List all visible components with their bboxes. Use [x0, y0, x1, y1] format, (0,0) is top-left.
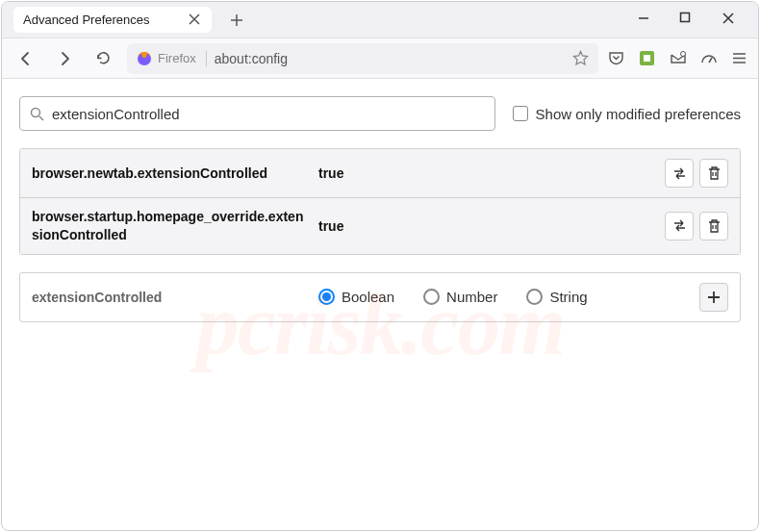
delete-button[interactable]	[699, 212, 728, 241]
reload-button[interactable]	[89, 44, 117, 73]
identity-label: Firefox	[158, 51, 196, 65]
pref-name: browser.newtab.extensionControlled	[32, 165, 318, 183]
new-pref-name: extensionControlled	[32, 290, 318, 305]
svg-rect-3	[644, 55, 650, 62]
browser-tab[interactable]: Advanced Preferences	[13, 7, 212, 33]
search-row: Show only modified preferences	[19, 96, 741, 131]
radio-input[interactable]	[318, 289, 335, 305]
close-window-button[interactable]	[722, 12, 739, 29]
forward-button[interactable]	[50, 44, 79, 73]
search-box[interactable]	[19, 96, 495, 131]
toggle-button[interactable]	[665, 212, 694, 241]
pocket-icon[interactable]	[608, 50, 625, 67]
pref-name: browser.startup.homepage_override.extens…	[32, 208, 318, 244]
radio-input[interactable]	[423, 289, 440, 305]
firefox-icon	[137, 51, 152, 66]
radio-input[interactable]	[526, 289, 543, 305]
radio-label: String	[549, 289, 587, 305]
pref-row: browser.newtab.extensionControlled true	[20, 149, 740, 197]
maximize-button[interactable]	[679, 12, 697, 29]
search-icon	[30, 107, 44, 121]
radio-number[interactable]: Number	[423, 289, 497, 305]
pref-value: true	[318, 165, 665, 181]
new-tab-button[interactable]	[223, 7, 250, 34]
pref-value: true	[318, 218, 665, 234]
radio-label: Number	[446, 289, 497, 305]
minimize-button[interactable]	[637, 12, 654, 29]
content-area: Show only modified preferences browser.n…	[2, 79, 758, 530]
radio-string[interactable]: String	[526, 289, 587, 305]
menu-button[interactable]	[731, 50, 748, 67]
url-text: about:config	[215, 51, 565, 66]
type-radio-group: Boolean Number String	[318, 289, 694, 305]
modified-only-checkbox-label[interactable]: Show only modified preferences	[513, 106, 741, 122]
toggle-button[interactable]	[665, 159, 694, 188]
window-controls	[637, 12, 750, 29]
close-tab-icon[interactable]	[189, 13, 202, 27]
browser-window: Advanced Preferences	[1, 1, 759, 531]
modified-only-checkbox[interactable]	[513, 106, 528, 121]
svg-point-4	[681, 51, 686, 56]
add-button[interactable]	[699, 283, 728, 312]
back-button[interactable]	[12, 44, 40, 73]
pref-actions	[665, 212, 728, 241]
pref-row: browser.startup.homepage_override.extens…	[20, 197, 740, 254]
tab-title: Advanced Preferences	[23, 13, 150, 27]
search-input[interactable]	[52, 106, 485, 122]
checkbox-label-text: Show only modified preferences	[536, 106, 741, 122]
delete-button[interactable]	[699, 159, 728, 188]
svg-point-5	[32, 108, 40, 116]
radio-label: Boolean	[342, 289, 394, 305]
url-bar[interactable]: Firefox about:config	[127, 43, 598, 74]
svg-rect-0	[681, 13, 690, 21]
preferences-table: browser.newtab.extensionControlled true …	[19, 148, 741, 255]
pref-actions	[665, 159, 728, 188]
mail-icon[interactable]	[670, 50, 687, 67]
toolbar-right	[608, 50, 748, 67]
extension-icon[interactable]	[639, 50, 656, 67]
dashboard-icon[interactable]	[700, 50, 718, 67]
radio-boolean[interactable]: Boolean	[318, 289, 394, 305]
new-pref-row: extensionControlled Boolean Number Strin…	[19, 272, 741, 322]
bookmark-star-icon[interactable]	[572, 50, 589, 66]
toolbar: Firefox about:config	[2, 38, 758, 79]
titlebar: Advanced Preferences	[2, 2, 758, 38]
identity-box[interactable]: Firefox	[137, 51, 207, 66]
